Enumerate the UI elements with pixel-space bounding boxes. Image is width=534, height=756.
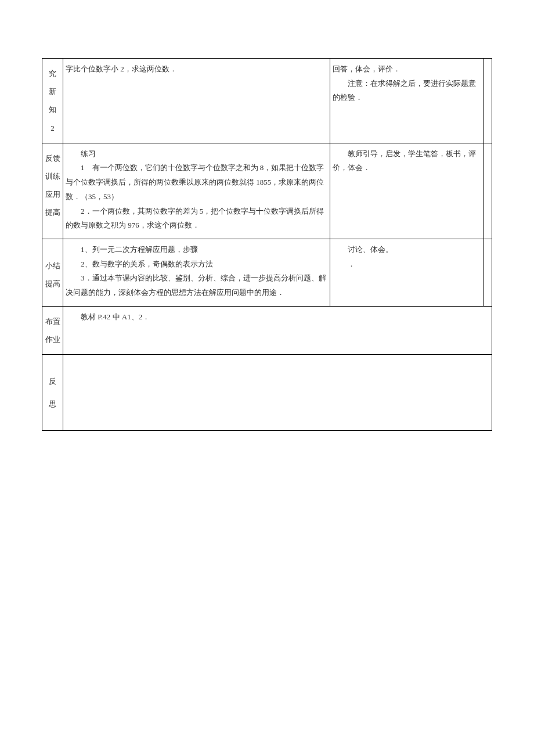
content-text: 1 有一个两位数，它们的十位数字与个位数字之和为 8，如果把十位数字与个位数字调… <box>66 161 327 204</box>
document-page: 究 新 知 2 字比个位数字小 2，求这两位数． 回答，体会，评价． 注意：在求… <box>0 0 534 431</box>
label-char: 小结 <box>44 257 62 275</box>
lesson-plan-table: 究 新 知 2 字比个位数字小 2，求这两位数． 回答，体会，评价． 注意：在求… <box>42 58 492 431</box>
label-char: 知 <box>44 100 62 118</box>
row-right: 回答，体会，评价． 注意：在求得解之后，要进行实际题意的检验． <box>330 59 484 143</box>
right-text: 讨论、体会。 <box>333 243 481 257</box>
row-label: 反馈 训练 应用 提高 <box>42 143 63 239</box>
label-char: 应用 <box>44 185 62 203</box>
row-narrow <box>484 239 492 306</box>
table-row: 究 新 知 2 字比个位数字小 2，求这两位数． 回答，体会，评价． 注意：在求… <box>42 59 492 143</box>
right-text: 回答，体会，评价． <box>333 62 481 77</box>
label-char: 反馈 <box>44 149 62 167</box>
row-label: 布置 作业 <box>42 306 63 354</box>
table-row: 布置 作业 教材 P.42 中 A1、2． <box>42 306 492 354</box>
label-char: 作业 <box>44 330 62 348</box>
right-text: 教师引导，启发，学生笔答，板书，评价，体会． <box>333 147 481 175</box>
row-content: 练习 1 有一个两位数，它们的十位数字与个位数字之和为 8，如果把十位数字与个位… <box>63 143 330 239</box>
row-content: 教材 P.42 中 A1、2． <box>63 306 492 354</box>
table-row: 反 思 <box>42 355 492 431</box>
label-char: 提高 <box>44 203 62 221</box>
label-char: 提高 <box>44 275 62 293</box>
row-content: 字比个位数字小 2，求这两位数． <box>63 59 330 143</box>
label-char: 训练 <box>44 167 62 185</box>
label-char: 新 <box>44 82 62 100</box>
content-text: 教材 P.42 中 A1、2． <box>66 310 489 325</box>
row-narrow <box>484 59 492 143</box>
row-label: 小结 提高 <box>42 239 63 306</box>
label-char: 思 <box>44 393 62 415</box>
table-row: 小结 提高 1、列一元二次方程解应用题，步骤 2、数与数字的关系，奇偶数的表示方… <box>42 239 492 306</box>
row-label: 反 思 <box>42 355 63 431</box>
right-text: ． <box>333 257 481 272</box>
row-content <box>63 355 492 431</box>
label-char: 2 <box>44 119 62 137</box>
content-text: 1、列一元二次方程解应用题，步骤 <box>66 243 327 257</box>
row-content: 1、列一元二次方程解应用题，步骤 2、数与数字的关系，奇偶数的表示方法 3．通过… <box>63 239 330 306</box>
content-text: 字比个位数字小 2，求这两位数． <box>66 62 327 77</box>
content-text: 2．一个两位数，其两位数字的差为 5，把个位数字与十位数字调换后所得的数与原数之… <box>66 204 327 233</box>
content-text: 2、数与数字的关系，奇偶数的表示方法 <box>66 257 327 272</box>
content-text: 3．通过本节课内容的比较、鉴别、分析、综合，进一步提高分析问题、解决问题的能力，… <box>66 271 327 300</box>
row-right: 讨论、体会。 ． <box>330 239 484 306</box>
right-text: 注意：在求得解之后，要进行实际题意的检验． <box>333 77 481 105</box>
row-label: 究 新 知 2 <box>42 59 63 143</box>
label-char: 究 <box>44 64 62 82</box>
row-right: 教师引导，启发，学生笔答，板书，评价，体会． <box>330 143 484 239</box>
table-row: 反馈 训练 应用 提高 练习 1 有一个两位数，它们的十位数字与个位数字之和为 … <box>42 143 492 239</box>
label-char: 布置 <box>44 312 62 330</box>
content-title: 练习 <box>66 147 327 161</box>
label-char: 反 <box>44 370 62 393</box>
row-narrow <box>484 143 492 239</box>
